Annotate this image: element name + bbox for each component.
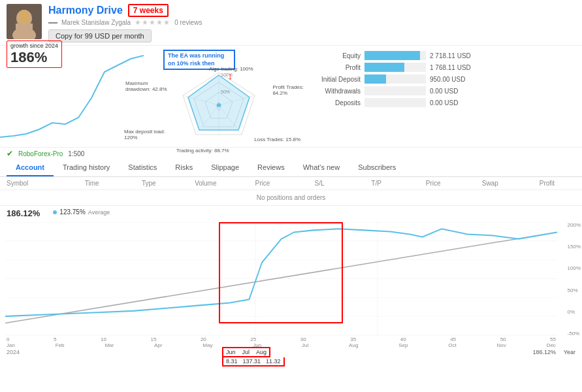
deposits-bar — [364, 98, 426, 107]
svg-rect-4 — [16, 24, 33, 39]
col-swap: Swap — [462, 180, 519, 187]
month-mar: Mar — [105, 342, 114, 348]
tab-trading-history[interactable]: Trading history — [54, 159, 119, 176]
month-oct: Oct — [448, 342, 456, 348]
x-0: 0 — [7, 336, 9, 342]
maxdep-label: Max deposit load:120% — [124, 129, 165, 140]
x-35: 35 — [350, 336, 356, 342]
tab-subscribers[interactable]: Subscribers — [349, 159, 405, 176]
highlight-val-jul: 137.31 — [243, 358, 261, 365]
month-aug: Aug — [349, 342, 358, 348]
withdrawals-bar — [364, 86, 426, 95]
author-row: Marek Stanislaw Zygala ★★★★★ 0 reviews — [48, 18, 575, 27]
stats-panel: Equity 2 718.11 USD Profit 1 768.11 USD … — [294, 46, 496, 147]
month-apr: Apr — [154, 342, 162, 348]
y-50: 50% — [568, 287, 581, 293]
average-stat: 123.75% Average — [53, 208, 110, 216]
bottom-row: 2024 Jun Jul Aug 8.31 137.31 11.32 Year … — [0, 348, 582, 356]
equity-value: 2 718.11 USD — [430, 52, 489, 59]
month-may: May — [202, 342, 212, 348]
highlight-numbers-box: 8.31 137.31 11.32 — [222, 357, 285, 367]
x-5: 5 — [54, 336, 56, 342]
col-symbol: Symbol — [7, 180, 63, 187]
col-tp: T/P — [348, 180, 405, 187]
x-30: 30 — [300, 336, 306, 342]
loss-label: Loss Trades: 15.8% — [254, 137, 300, 142]
x-25: 25 — [250, 336, 256, 342]
growth-chart-section: 186.12% 123.75% Average Growth Balance ⊞… — [0, 206, 582, 356]
y-200: 200% — [568, 222, 581, 228]
y-100: 100% — [568, 265, 581, 271]
withdrawals-value: 0.00 USD — [430, 88, 489, 95]
y-150: 150% — [568, 244, 581, 250]
deposits-label: Deposits — [302, 99, 361, 106]
initial-bar-fill — [364, 74, 386, 84]
initial-label: Initial Deposit — [302, 76, 361, 83]
profit-label: Profit — [302, 64, 361, 71]
highlight-val-jun: 8.31 — [226, 358, 238, 365]
table-header: Symbol Time Type Volume Price S/L T/P Pr… — [0, 177, 582, 190]
equity-bar-fill — [364, 51, 420, 60]
col-profit: Profit — [519, 180, 575, 187]
middle-section: The EA was running on 10% risk then ↓ — [0, 46, 582, 147]
stat-profit: Profit 1 768.11 USD — [302, 63, 489, 72]
weeks-badge: 7 weeks — [128, 4, 169, 17]
x-10: 10 — [101, 336, 106, 342]
x-55: 55 — [550, 336, 556, 342]
average-dot — [53, 210, 57, 214]
y-axis: 200% 150% 100% 50% 0% -50% — [568, 222, 581, 336]
tab-slippage[interactable]: Slippage — [202, 159, 248, 176]
profit-label: Profit Trades:84.2% — [272, 84, 304, 96]
highlight-values-box: Jun Jul Aug — [222, 347, 270, 357]
profit-bar-fill — [364, 63, 404, 72]
tab-statistics[interactable]: Statistics — [119, 159, 166, 176]
highlight-jul: Jul — [242, 349, 250, 355]
copy-button[interactable]: Copy for 99 USD per month — [48, 29, 152, 42]
maxdraw-label: Maximumdrawdown: 42.8% — [125, 80, 167, 92]
svg-point-3 — [18, 10, 31, 24]
trading-label: Trading activity: 88.7% — [176, 148, 229, 154]
col-volume: Volume — [177, 180, 234, 187]
stat-initial: Initial Deposit 950.00 USD — [302, 74, 489, 84]
month-dec: Dec — [547, 342, 556, 348]
header: Harmony Drive 7 weeks Marek Stanislaw Zy… — [0, 0, 582, 46]
mini-chart — [0, 46, 144, 147]
reviews-count: 0 reviews — [174, 19, 202, 26]
tab-whats-new[interactable]: What's new — [294, 159, 349, 176]
col-sl: S/L — [291, 180, 348, 187]
year-right-label: Year — [564, 349, 575, 355]
header-info: Harmony Drive 7 weeks Marek Stanislaw Zy… — [48, 4, 575, 42]
x-15: 15 — [150, 336, 156, 342]
col-price2: Price — [405, 180, 462, 187]
tab-account[interactable]: Account — [7, 159, 54, 176]
withdrawals-label: Withdrawals — [302, 88, 361, 95]
broker-row: ✔ RoboForex-Pro 1:500 — [0, 147, 582, 159]
svg-line-25 — [5, 232, 557, 323]
stat-withdrawals: Withdrawals 0.00 USD — [302, 86, 489, 95]
average-label: Average — [88, 209, 110, 216]
svg-text:100%: 100% — [221, 73, 233, 77]
growth-stat-pct: 186.12% — [7, 208, 40, 218]
page-title: Harmony Drive — [48, 5, 123, 16]
month-jul: Jul — [302, 342, 308, 348]
tabs-bar: Account Trading history Statistics Risks… — [0, 159, 582, 177]
equity-label: Equity — [302, 52, 361, 59]
dash-icon — [48, 22, 57, 24]
col-price: Price — [234, 180, 291, 187]
author-name: Marek Stanislaw Zygala — [61, 19, 131, 26]
month-nov: Nov — [497, 342, 506, 348]
tab-reviews[interactable]: Reviews — [248, 159, 294, 176]
check-icon: ✔ — [7, 149, 13, 158]
year-right-value: 186.12% — [532, 349, 556, 355]
radar-chart: 50% 100% Algo trading: 100% Profit Trade… — [170, 66, 268, 146]
chart-svg — [5, 222, 557, 336]
tab-risks[interactable]: Risks — [166, 159, 202, 176]
algo-label: Algo trading: 100% — [209, 66, 253, 72]
y-0: 0% — [568, 309, 581, 315]
x-40: 40 — [400, 336, 406, 342]
leverage: 1:500 — [68, 150, 84, 157]
svg-text:50%: 50% — [221, 90, 230, 94]
stat-deposits: Deposits 0.00 USD — [302, 98, 489, 107]
equity-bar — [364, 51, 426, 60]
x-20: 20 — [201, 336, 206, 342]
